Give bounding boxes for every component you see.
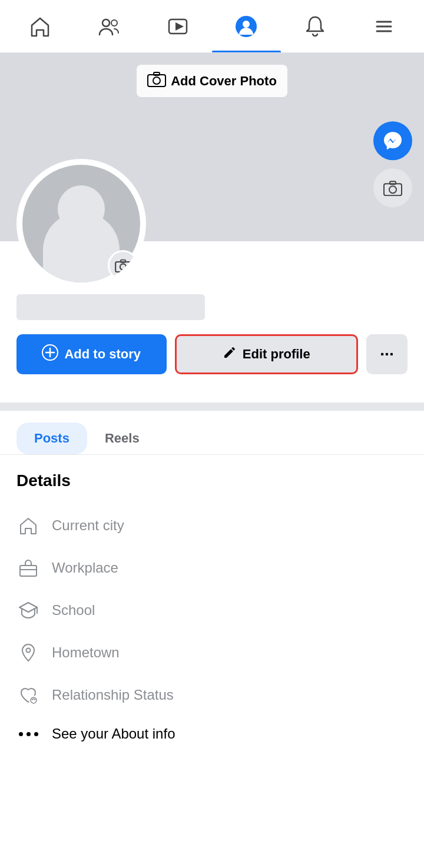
svg-point-25 bbox=[26, 648, 31, 653]
svg-rect-21 bbox=[20, 566, 37, 576]
section-divider bbox=[0, 403, 424, 411]
see-about-row[interactable]: See your About info bbox=[16, 716, 408, 751]
home-icon bbox=[28, 15, 52, 38]
nav-profile[interactable] bbox=[212, 0, 281, 52]
add-to-story-button[interactable]: Add to story bbox=[16, 334, 167, 374]
three-dots-icon bbox=[16, 732, 40, 736]
svg-point-5 bbox=[243, 21, 250, 28]
cover-right-buttons bbox=[373, 121, 412, 207]
svg-rect-14 bbox=[390, 181, 396, 184]
workplace-icon bbox=[16, 556, 40, 580]
avatar-head bbox=[58, 185, 105, 232]
name-placeholder bbox=[16, 294, 205, 320]
details-section: Details Current city Workplace bbox=[0, 455, 424, 768]
svg-marker-3 bbox=[175, 22, 184, 31]
edit-profile-label: Edit profile bbox=[243, 347, 310, 362]
relationship-icon bbox=[16, 683, 40, 707]
school-icon bbox=[16, 598, 40, 622]
more-icon: ··· bbox=[380, 345, 393, 364]
messenger-button[interactable] bbox=[373, 121, 412, 160]
detail-current-city[interactable]: Current city bbox=[16, 504, 408, 547]
svg-point-10 bbox=[153, 77, 160, 84]
menu-icon bbox=[372, 15, 396, 38]
detail-relationship[interactable]: Relationship Status bbox=[16, 674, 408, 716]
nav-notifications[interactable] bbox=[281, 0, 350, 52]
nav-friends[interactable] bbox=[75, 0, 144, 52]
hometown-text: Hometown bbox=[52, 644, 120, 661]
see-about-text: See your About info bbox=[52, 726, 175, 742]
friends-icon bbox=[97, 15, 121, 38]
detail-hometown[interactable]: Hometown bbox=[16, 631, 408, 674]
profile-active-icon bbox=[234, 15, 258, 38]
svg-point-0 bbox=[102, 19, 110, 26]
profile-picture bbox=[16, 159, 146, 288]
nav-bar bbox=[0, 0, 424, 53]
nav-watch[interactable] bbox=[143, 0, 212, 52]
svg-point-13 bbox=[389, 186, 396, 193]
current-city-text: Current city bbox=[52, 517, 124, 534]
add-cover-label: Add Cover Photo bbox=[171, 74, 277, 89]
cover-camera-button[interactable] bbox=[373, 168, 412, 207]
watch-icon bbox=[166, 15, 190, 38]
bell-icon bbox=[303, 15, 327, 38]
detail-workplace[interactable]: Workplace bbox=[16, 547, 408, 589]
edit-profile-button[interactable]: Edit profile bbox=[175, 334, 358, 374]
nav-menu[interactable] bbox=[349, 0, 418, 52]
cover-photo-area: Add Cover Photo bbox=[0, 53, 424, 241]
tab-posts[interactable]: Posts bbox=[16, 423, 87, 454]
profile-camera-badge[interactable] bbox=[108, 250, 138, 281]
more-options-button[interactable]: ··· bbox=[366, 334, 408, 374]
add-cover-photo-button[interactable]: Add Cover Photo bbox=[137, 65, 287, 97]
tab-reels[interactable]: Reels bbox=[87, 423, 157, 454]
profile-picture-container bbox=[16, 159, 146, 288]
relationship-text: Relationship Status bbox=[52, 687, 174, 703]
plus-icon bbox=[42, 344, 58, 365]
action-buttons: Add to story Edit profile ··· bbox=[16, 334, 408, 374]
home-detail-icon bbox=[16, 514, 40, 537]
school-text: School bbox=[52, 602, 95, 618]
svg-rect-17 bbox=[121, 260, 126, 262]
workplace-text: Workplace bbox=[52, 560, 118, 576]
tabs-area: Posts Reels bbox=[0, 411, 424, 455]
nav-home[interactable] bbox=[6, 0, 75, 52]
details-title: Details bbox=[16, 471, 408, 490]
svg-point-1 bbox=[111, 20, 117, 26]
svg-point-16 bbox=[120, 264, 126, 270]
camera-cover-icon bbox=[147, 71, 166, 91]
svg-rect-11 bbox=[154, 72, 160, 75]
pencil-icon bbox=[223, 345, 237, 363]
add-story-label: Add to story bbox=[64, 347, 141, 362]
detail-school[interactable]: School bbox=[16, 589, 408, 631]
hometown-icon bbox=[16, 641, 40, 664]
